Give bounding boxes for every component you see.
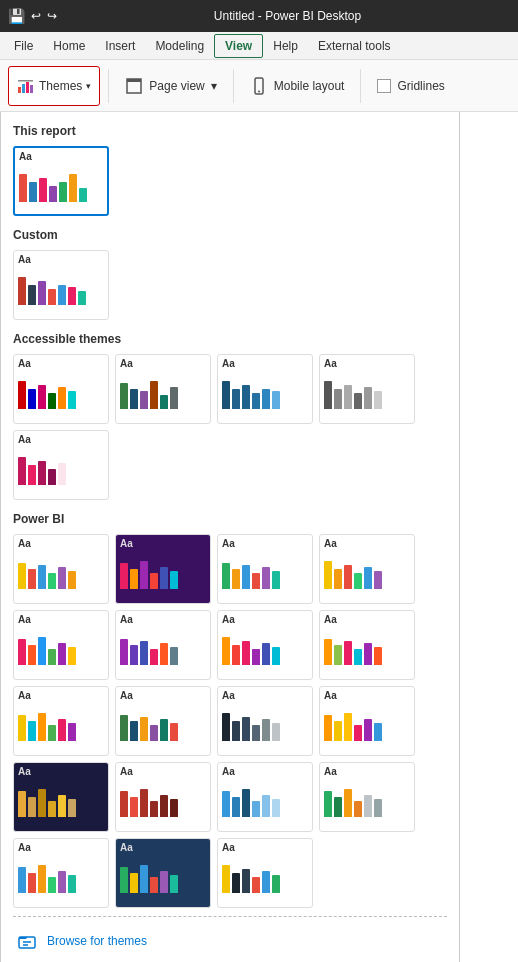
bottom-divider (13, 916, 447, 917)
theme-card-pbi-12[interactable]: Aa (319, 686, 415, 756)
theme-card-pbi-2[interactable]: Aa (115, 534, 211, 604)
theme-card-pbi-13[interactable]: Aa (13, 762, 109, 832)
browse-themes-icon (17, 931, 37, 951)
title-bar: 💾 ↩ ↪ Untitled - Power BI Desktop (0, 0, 518, 32)
section-powerbi: Power BI (13, 512, 447, 526)
page-view-caret: ▾ (211, 79, 217, 93)
svg-point-8 (258, 90, 260, 92)
svg-rect-6 (127, 79, 141, 82)
theme-card-custom[interactable]: Aa (13, 250, 109, 320)
themes-icon (17, 77, 35, 95)
theme-card-pbi-8[interactable]: Aa (319, 610, 415, 680)
svg-rect-2 (26, 82, 29, 93)
page-view-label: Page view (149, 79, 204, 93)
svg-rect-1 (22, 84, 25, 93)
svg-rect-0 (18, 87, 21, 93)
themes-label: Themes (39, 79, 82, 93)
theme-card-accessible-4[interactable]: Aa (319, 354, 415, 424)
theme-card-pbi-3[interactable]: Aa (217, 534, 313, 604)
theme-card-pbi-11[interactable]: Aa (217, 686, 313, 756)
theme-aa-label: Aa (18, 255, 104, 265)
gridlines-checkbox[interactable] (377, 79, 391, 93)
menu-view[interactable]: View (214, 34, 263, 58)
page-view-button[interactable]: Page view ▾ (117, 66, 224, 106)
custom-grid: Aa (13, 250, 447, 320)
theme-card-pbi-4[interactable]: Aa (319, 534, 415, 604)
menu-file[interactable]: File (4, 35, 43, 57)
browse-themes-item[interactable]: Browse for themes (13, 925, 447, 957)
ribbon: Themes ▾ Page view ▾ Mobile layout Gridl… (0, 60, 518, 112)
save-icon[interactable]: 💾 (8, 8, 25, 24)
undo-icon[interactable]: ↩ (31, 9, 41, 23)
svg-rect-4 (18, 80, 33, 82)
theme-card-accessible-2[interactable]: Aa (115, 354, 211, 424)
menu-help[interactable]: Help (263, 35, 308, 57)
gridlines-button[interactable]: Gridlines (369, 66, 452, 106)
themes-button[interactable]: Themes ▾ (8, 66, 100, 106)
browse-themes-label: Browse for themes (47, 934, 147, 948)
theme-gallery-item[interactable]: Theme gallery (13, 957, 447, 962)
accessible-grid: Aa Aa Aa (13, 354, 447, 500)
page-view-icon (125, 77, 143, 95)
redo-icon[interactable]: ↪ (47, 9, 57, 23)
theme-card-accessible-1[interactable]: Aa (13, 354, 109, 424)
theme-card-pbi-16[interactable]: Aa (319, 762, 415, 832)
theme-card-pbi-15[interactable]: Aa (217, 762, 313, 832)
ribbon-divider-3 (360, 69, 361, 103)
theme-card-pbi-6[interactable]: Aa (115, 610, 211, 680)
ribbon-divider-2 (233, 69, 234, 103)
ribbon-divider-1 (108, 69, 109, 103)
this-report-grid: Aa (13, 146, 447, 216)
themes-dropdown: This report Aa Custom Aa (0, 112, 460, 962)
section-this-report: This report (13, 124, 447, 138)
menu-home[interactable]: Home (43, 35, 95, 57)
menu-bar: File Home Insert Modeling View Help Exte… (0, 32, 518, 60)
theme-card-pbi-10[interactable]: Aa (115, 686, 211, 756)
mobile-layout-label: Mobile layout (274, 79, 345, 93)
theme-card-accessible-3[interactable]: Aa (217, 354, 313, 424)
theme-card-accessible-5[interactable]: Aa (13, 430, 109, 500)
folder-icon (18, 932, 36, 950)
menu-modeling[interactable]: Modeling (145, 35, 214, 57)
mini-bars (18, 269, 104, 305)
theme-card-pbi-19[interactable]: Aa (217, 838, 313, 908)
themes-caret: ▾ (86, 81, 91, 91)
mobile-layout-button[interactable]: Mobile layout (242, 66, 353, 106)
mini-bars (19, 166, 103, 202)
theme-card-pbi-18[interactable]: Aa (115, 838, 211, 908)
theme-card-pbi-1[interactable]: Aa (13, 534, 109, 604)
powerbi-grid: Aa Aa Aa (13, 534, 447, 908)
section-accessible: Accessible themes (13, 332, 447, 346)
svg-rect-3 (30, 85, 33, 93)
theme-card-this-report[interactable]: Aa (13, 146, 109, 216)
window-title: Untitled - Power BI Desktop (65, 9, 510, 23)
mobile-layout-icon (250, 77, 268, 95)
theme-card-pbi-9[interactable]: Aa (13, 686, 109, 756)
menu-insert[interactable]: Insert (95, 35, 145, 57)
theme-card-pbi-5[interactable]: Aa (13, 610, 109, 680)
theme-card-pbi-7[interactable]: Aa (217, 610, 313, 680)
section-custom: Custom (13, 228, 447, 242)
menu-external-tools[interactable]: External tools (308, 35, 401, 57)
gridlines-label: Gridlines (397, 79, 444, 93)
title-bar-icons: 💾 ↩ ↪ (8, 8, 57, 24)
theme-card-pbi-14[interactable]: Aa (115, 762, 211, 832)
theme-aa-label: Aa (19, 152, 103, 162)
theme-card-pbi-17[interactable]: Aa (13, 838, 109, 908)
